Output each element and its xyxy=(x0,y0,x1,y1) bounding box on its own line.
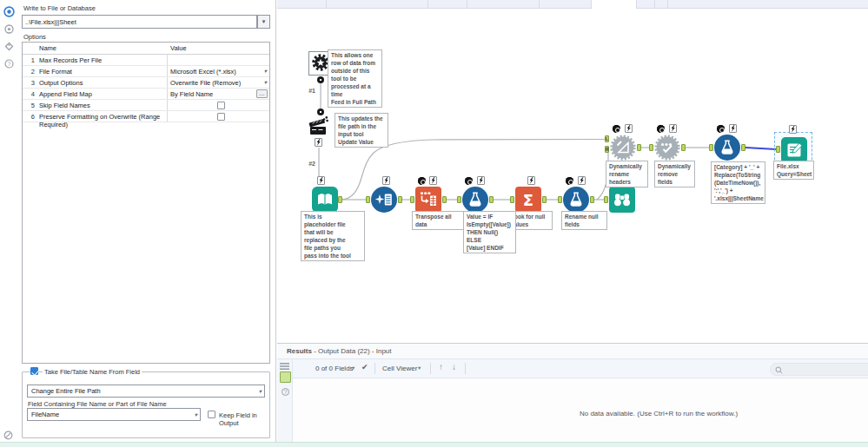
caption-transpose[interactable]: Transpose all data xyxy=(412,211,467,230)
arrow-up-icon[interactable] xyxy=(439,362,443,371)
active-workflow-tab[interactable] xyxy=(591,0,637,9)
formula-flask-icon xyxy=(714,135,740,161)
caption-formula3[interactable]: [Category] + '_' + Replace(ToString (Dat… xyxy=(711,161,765,204)
row-number: 4 xyxy=(23,89,37,99)
keep-field-in-output-label: Keep Field in Output xyxy=(219,411,275,427)
output-data-input-anchor[interactable] xyxy=(776,146,780,153)
arrow-down-icon[interactable] xyxy=(452,362,456,371)
comment-input-data[interactable]: This is placeholder file that will be re… xyxy=(301,211,365,261)
output-lightning-badge xyxy=(789,125,797,134)
dynamic-input-output-anchor[interactable] xyxy=(398,196,402,203)
option-value: Microsoft Excel (*.xlsx) xyxy=(170,68,236,76)
chevron-down-icon[interactable] xyxy=(418,365,421,371)
transpose-lightning-badge xyxy=(429,176,437,185)
comment-macro-input[interactable]: This allows one row of data from outside… xyxy=(328,49,382,108)
comment-action[interactable]: This updates the file path in the input … xyxy=(335,113,388,148)
cell-viewer-dropdown[interactable]: Cell Viewer xyxy=(382,365,417,372)
caption-output[interactable]: File.xlsx Query=Sheet xyxy=(773,161,814,180)
caption-dynamic-select[interactable]: Dynamically remove fields xyxy=(654,161,695,187)
table-row[interactable]: 6 Preserve Formatting on Overwrite (Rang… xyxy=(23,111,269,122)
selected-field: FileName xyxy=(31,411,59,418)
change-file-path-select[interactable]: Change Entire File Path xyxy=(27,385,265,398)
dynamic-rename-left-input-anchor[interactable]: L xyxy=(605,135,609,142)
option-value-cell[interactable] xyxy=(167,55,269,65)
file-path-dropdown-button[interactable] xyxy=(257,15,270,29)
results-content: No data available. (Use Ctrl+R to run th… xyxy=(293,378,868,442)
output-anchor-selector[interactable] xyxy=(280,371,291,383)
results-toolbar: 0 of 0 Fields Cell Viewer xyxy=(293,359,868,378)
workflow-tab-strip[interactable] xyxy=(277,0,868,9)
formula-tool-3[interactable] xyxy=(714,135,740,164)
option-name: Max Records Per File xyxy=(37,55,167,65)
input-data-output-anchor[interactable] xyxy=(338,196,342,203)
formula1-input-anchor[interactable] xyxy=(457,196,461,203)
transpose-output-anchor[interactable] xyxy=(442,196,447,203)
panel-title: Write to File or Database xyxy=(23,4,96,12)
formula3-input-anchor[interactable] xyxy=(709,144,713,151)
navigation-tab-icon[interactable] xyxy=(4,24,14,34)
formula2-input-anchor[interactable] xyxy=(558,196,562,203)
append-field-map-cell[interactable]: By Field Name xyxy=(167,89,269,99)
configuration-tab-icon[interactable] xyxy=(3,6,15,17)
action-input-anchor[interactable] xyxy=(317,108,324,115)
summarize-output-anchor[interactable] xyxy=(542,196,547,203)
field-name-select[interactable]: FileName xyxy=(27,408,201,421)
take-name-from-field-checkbox[interactable] xyxy=(30,367,38,375)
transpose-input-anchor[interactable] xyxy=(410,196,414,203)
connection-label-2: #2 xyxy=(299,160,315,168)
chevron-down-icon xyxy=(259,388,262,395)
field-info-tool[interactable] xyxy=(609,187,635,216)
table-row[interactable]: 1 Max Records Per File xyxy=(23,55,269,66)
dynamic-select-tool[interactable] xyxy=(654,135,680,164)
table-row[interactable]: 3 Output Options Overwrite File (Remove) xyxy=(23,77,269,89)
skip-field-names-checkbox[interactable] xyxy=(217,102,225,109)
formula1-output-anchor[interactable] xyxy=(489,196,494,203)
output-options-select[interactable]: Overwrite File (Remove) xyxy=(167,77,269,88)
caption-formula2[interactable]: Rename null fields xyxy=(561,211,607,230)
caption-formula1[interactable]: Value = IF IsEmpty([Value]) THEN Null() … xyxy=(463,211,516,253)
summarize-input-anchor[interactable] xyxy=(510,196,514,203)
dynamic-rename-tool[interactable] xyxy=(610,135,636,164)
help-icon[interactable] xyxy=(282,388,289,396)
grid-view-icon[interactable] xyxy=(280,363,289,370)
apply-check-icon[interactable] xyxy=(361,363,368,371)
summarize-lightning-badge xyxy=(527,176,535,185)
dynamic-input-input-anchor[interactable] xyxy=(366,196,370,203)
annotation-tag-icon[interactable] xyxy=(4,42,14,51)
file-path-input[interactable] xyxy=(22,15,257,29)
macro-output-anchor[interactable] xyxy=(317,76,324,83)
table-row[interactable]: 5 Skip Field Names xyxy=(23,100,269,111)
formula3-output-anchor[interactable] xyxy=(741,144,745,151)
row-number: 2 xyxy=(23,66,37,76)
chevron-down-icon[interactable] xyxy=(352,365,354,371)
formula2-lightning-badge xyxy=(578,176,586,185)
option-name: Skip Field Names xyxy=(37,100,167,110)
formula2-output-anchor[interactable] xyxy=(590,196,594,203)
preserve-formatting-checkbox[interactable] xyxy=(217,113,225,121)
help-tab-icon[interactable]: ? xyxy=(4,59,14,69)
dynamic-input-tool[interactable] xyxy=(371,187,397,216)
fields-count-dropdown[interactable]: 0 of 0 Fields xyxy=(315,365,354,372)
dynamic-rename-output-anchor[interactable] xyxy=(637,144,641,151)
dynamic-select-output-anchor[interactable] xyxy=(681,144,686,151)
action-clapperboard-icon xyxy=(307,115,329,138)
option-value: Overwrite File (Remove) xyxy=(170,79,241,87)
options-label: Options xyxy=(23,33,46,41)
transpose-icon xyxy=(415,187,441,213)
field-info-input-anchor[interactable] xyxy=(604,196,608,203)
table-row[interactable]: 2 File Format Microsoft Excel (*.xlsx) xyxy=(23,66,269,77)
caption-dynamic-rename[interactable]: Dynamically rename headers xyxy=(606,161,648,187)
file-format-select[interactable]: Microsoft Excel (*.xlsx) xyxy=(167,66,269,76)
output-data-icon xyxy=(781,137,807,163)
ellipsis-button[interactable] xyxy=(256,89,268,98)
results-side-strip xyxy=(277,359,293,442)
dynamic-select-input-anchor[interactable] xyxy=(649,144,653,151)
dynamic-select-icon xyxy=(654,135,680,161)
dynamic-rename-right-input-anchor[interactable]: R xyxy=(605,146,609,153)
table-row[interactable]: 4 Append Field Map By Field Name xyxy=(23,89,269,100)
option-name: Append Field Map xyxy=(37,89,167,99)
chevron-down-icon xyxy=(195,411,197,418)
results-search-input[interactable] xyxy=(770,363,868,376)
keep-field-in-output-checkbox[interactable] xyxy=(208,411,215,418)
table-header-row: Name Value xyxy=(23,43,269,55)
